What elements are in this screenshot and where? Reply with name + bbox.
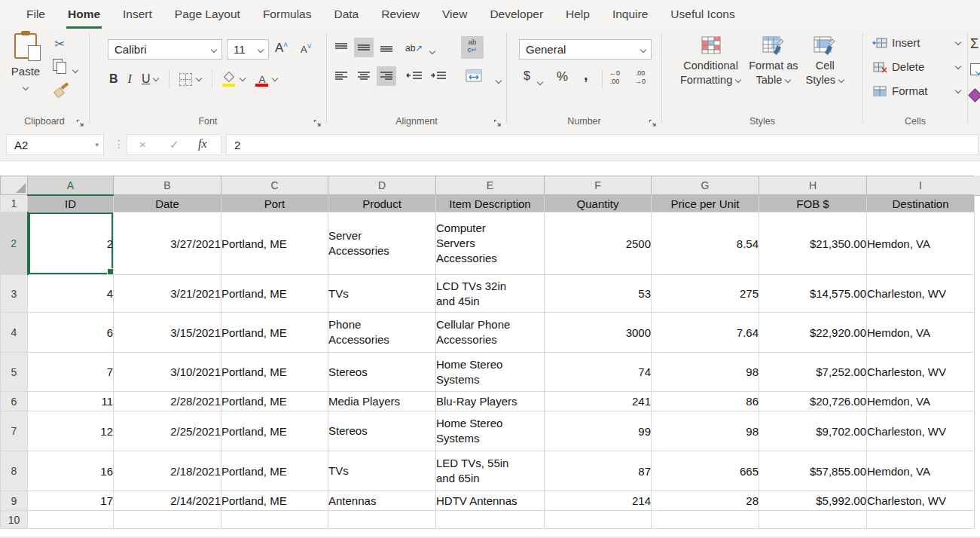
column-header-C[interactable]: C — [221, 176, 328, 195]
cell-E5[interactable]: Home Stereo Systems — [436, 353, 545, 392]
cell-F5[interactable]: 74 — [545, 353, 652, 392]
align-bottom-button[interactable] — [377, 38, 396, 57]
borders-button[interactable] — [179, 73, 202, 86]
clear-eraser-icon[interactable] — [968, 88, 980, 102]
format-as-table-chevron[interactable] — [785, 78, 791, 84]
cell-A8[interactable]: 16 — [28, 451, 114, 491]
row-header-3[interactable]: 3 — [1, 275, 28, 313]
cell-H10[interactable] — [759, 511, 867, 529]
font-size-combo[interactable]: 11 — [227, 39, 269, 60]
cell-B9[interactable]: 2/14/2021 — [114, 491, 221, 511]
cell-A1[interactable]: ID — [28, 195, 114, 212]
number-dialog-launcher[interactable] — [649, 117, 658, 126]
cell-I1[interactable]: Destination — [867, 195, 975, 212]
number-format-combo[interactable]: General — [519, 39, 652, 60]
cell-D9[interactable]: Antennas — [328, 491, 436, 511]
formula-bar-input[interactable]: 2 — [226, 134, 978, 155]
cell-B7[interactable]: 2/25/2021 — [114, 411, 221, 451]
cell-B8[interactable]: 2/18/2021 — [114, 451, 221, 491]
cell-F1[interactable]: Quantity — [545, 195, 652, 212]
cell-D2[interactable]: Server Accessories — [328, 212, 436, 275]
cell-F10[interactable] — [545, 511, 652, 529]
clipboard-dialog-launcher[interactable] — [76, 117, 85, 126]
column-header-I[interactable]: I — [867, 176, 975, 195]
copy-button[interactable] — [53, 59, 68, 77]
delete-chevron[interactable] — [955, 64, 961, 70]
font-dialog-launcher[interactable] — [313, 117, 322, 126]
cell-H3[interactable]: $14,575.00 — [759, 275, 867, 313]
cell-H9[interactable]: $5,992.00 — [759, 491, 867, 511]
cell-E4[interactable]: Cellular Phone Accessories — [436, 313, 545, 353]
cell-C7[interactable]: Portland, ME — [221, 411, 328, 451]
decrease-indent-button[interactable] — [404, 66, 425, 86]
borders-chevron[interactable] — [196, 76, 202, 82]
cell-A10[interactable] — [28, 511, 114, 529]
cell-C4[interactable]: Portland, ME — [221, 313, 328, 353]
decrease-decimal-button[interactable]: .00 →0 — [635, 69, 646, 86]
cell-E7[interactable]: Home Stereo Systems — [436, 411, 545, 451]
format-chevron[interactable] — [955, 88, 961, 94]
format-as-table-button[interactable]: Format as Table — [749, 36, 798, 87]
name-box-dropdown-icon[interactable]: ▾ — [95, 141, 99, 148]
accounting-chevron[interactable] — [537, 80, 543, 86]
row-header-10[interactable]: 10 — [1, 511, 28, 529]
cell-B2[interactable]: 3/27/2021 — [114, 212, 221, 275]
cell-D10[interactable] — [328, 511, 436, 529]
tab-inquire[interactable]: Inquire — [601, 0, 659, 29]
align-left-button[interactable] — [331, 66, 351, 86]
cell-B5[interactable]: 3/10/2021 — [114, 353, 221, 392]
cell-H1[interactable]: FOB $ — [759, 195, 867, 212]
cell-B1[interactable]: Date — [114, 195, 221, 212]
row-header-4[interactable]: 4 — [1, 313, 28, 353]
cell-A3[interactable]: 4 — [28, 275, 114, 313]
cell-C10[interactable] — [221, 511, 328, 529]
paste-button[interactable]: Paste — [5, 30, 47, 94]
cell-I4[interactable]: Hemdon, VA — [867, 313, 975, 353]
column-header-H[interactable]: H — [759, 176, 867, 195]
orientation-button[interactable]: ab↗ — [405, 41, 423, 54]
cell-A6[interactable]: 11 — [28, 392, 114, 411]
row-header-1[interactable]: 1 — [1, 195, 28, 212]
align-top-button[interactable] — [331, 38, 351, 57]
row-header-6[interactable]: 6 — [1, 392, 28, 411]
cell-G10[interactable] — [652, 511, 759, 529]
cell-I6[interactable]: Hemdon, VA — [867, 392, 975, 411]
comma-style-button[interactable]: , — [584, 66, 588, 84]
autosum-icon[interactable]: Σ — [970, 36, 978, 52]
increase-indent-button[interactable] — [428, 66, 449, 86]
cell-C1[interactable]: Port — [221, 195, 328, 212]
delete-cells-button[interactable]: Delete — [872, 60, 963, 73]
align-right-button[interactable] — [377, 66, 396, 86]
cell-F3[interactable]: 53 — [545, 275, 652, 313]
cancel-button[interactable]: × — [139, 138, 146, 151]
cell-D5[interactable]: Stereos — [328, 353, 436, 392]
tab-view[interactable]: View — [431, 0, 478, 29]
fill-down-icon[interactable] — [970, 63, 980, 75]
font-family-chevron[interactable] — [211, 47, 217, 53]
cell-G9[interactable]: 28 — [652, 491, 759, 511]
tab-help[interactable]: Help — [554, 0, 601, 29]
column-header-D[interactable]: D — [328, 176, 436, 195]
cell-B3[interactable]: 3/21/2021 — [114, 275, 221, 313]
bold-button[interactable]: B — [109, 72, 118, 86]
underline-button[interactable]: U — [142, 72, 160, 86]
cut-button[interactable]: ✂ — [54, 36, 65, 52]
align-center-button[interactable] — [354, 66, 374, 86]
cell-D8[interactable]: TVs — [328, 451, 436, 491]
tab-developer[interactable]: Developer — [478, 0, 554, 29]
cell-E10[interactable] — [436, 511, 545, 529]
fill-color-button[interactable] — [222, 72, 246, 87]
font-size-chevron[interactable] — [258, 47, 264, 53]
tab-review[interactable]: Review — [370, 0, 431, 29]
cell-C6[interactable]: Portland, ME — [221, 392, 328, 411]
cell-D7[interactable]: Stereos — [328, 411, 436, 451]
column-header-F[interactable]: F — [545, 176, 652, 195]
cell-H5[interactable]: $7,252.00 — [759, 353, 867, 392]
cell-E3[interactable]: LCD TVs 32in and 45in — [436, 275, 545, 313]
tab-insert[interactable]: Insert — [111, 0, 163, 29]
font-family-combo[interactable]: Calibri — [108, 39, 222, 60]
cell-I9[interactable]: Charleston, WV — [867, 491, 975, 511]
merge-center-button[interactable] — [466, 69, 482, 85]
cell-E1[interactable]: Item Description — [436, 195, 545, 212]
cell-E9[interactable]: HDTV Antennas — [436, 491, 545, 511]
